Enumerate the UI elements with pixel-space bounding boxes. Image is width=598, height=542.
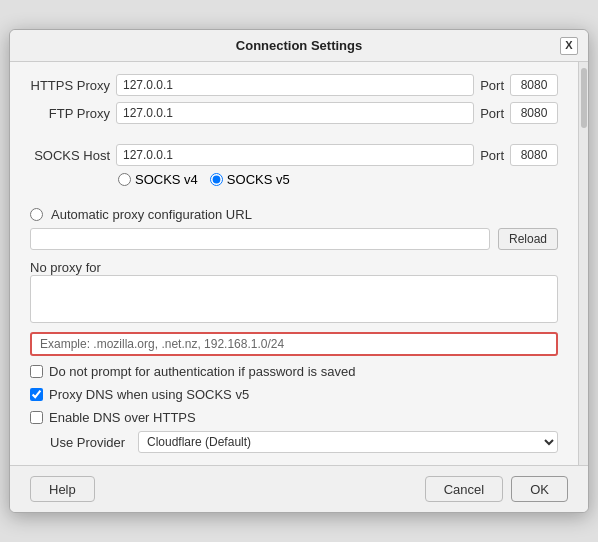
ftp-port-label: Port	[480, 106, 504, 121]
dns-https-checkbox[interactable]	[30, 411, 43, 424]
title-bar: Connection Settings X	[10, 30, 588, 62]
dialog-title: Connection Settings	[236, 38, 362, 53]
reload-button[interactable]: Reload	[498, 228, 558, 250]
dns-https-label: Enable DNS over HTTPS	[49, 410, 196, 425]
socks-v4-group: SOCKS v4	[118, 172, 198, 187]
socks-version-row: SOCKS v4 SOCKS v5	[118, 172, 558, 187]
no-proxy-section: No proxy for	[30, 256, 558, 326]
proxy-dns-checkbox[interactable]	[30, 388, 43, 401]
close-button[interactable]: X	[560, 37, 578, 55]
socks-v4-label: SOCKS v4	[135, 172, 198, 187]
ftp-proxy-row: FTP Proxy Port	[30, 102, 558, 124]
provider-select[interactable]: Cloudflare (Default)	[138, 431, 558, 453]
connection-settings-dialog: Connection Settings X HTTPS Proxy Port F…	[9, 29, 589, 513]
example-box: Example: .mozilla.org, .net.nz, 192.168.…	[30, 332, 558, 356]
proxy-dns-label: Proxy DNS when using SOCKS v5	[49, 387, 249, 402]
footer-right: Cancel OK	[425, 476, 568, 502]
socks-v5-radio[interactable]	[210, 173, 223, 186]
https-port-label: Port	[480, 78, 504, 93]
socks-host-row: SOCKS Host Port	[30, 144, 558, 166]
https-proxy-label: HTTPS Proxy	[30, 78, 110, 93]
auto-proxy-row: Automatic proxy configuration URL	[30, 207, 558, 222]
socks-v5-group: SOCKS v5	[210, 172, 290, 187]
provider-row: Use Provider Cloudflare (Default)	[50, 431, 558, 453]
help-button[interactable]: Help	[30, 476, 95, 502]
socks-v4-radio[interactable]	[118, 173, 131, 186]
no-proxy-label: No proxy for	[30, 260, 558, 275]
socks-v5-label: SOCKS v5	[227, 172, 290, 187]
dialog-body: HTTPS Proxy Port FTP Proxy Port SOCKS Ho…	[10, 62, 578, 465]
socks-host-input[interactable]	[116, 144, 474, 166]
ftp-proxy-input[interactable]	[116, 102, 474, 124]
no-auth-row: Do not prompt for authentication if pass…	[30, 364, 558, 379]
provider-label: Use Provider	[50, 435, 130, 450]
footer-left: Help	[30, 476, 95, 502]
scrollbar[interactable]	[578, 62, 588, 465]
ok-button[interactable]: OK	[511, 476, 568, 502]
divider-2	[30, 193, 558, 201]
no-auth-label: Do not prompt for authentication if pass…	[49, 364, 355, 379]
no-proxy-textarea[interactable]	[30, 275, 558, 323]
no-auth-checkbox[interactable]	[30, 365, 43, 378]
https-port-input[interactable]	[510, 74, 558, 96]
divider-1	[30, 130, 558, 138]
socks-host-label: SOCKS Host	[30, 148, 110, 163]
https-proxy-input[interactable]	[116, 74, 474, 96]
auto-proxy-label: Automatic proxy configuration URL	[51, 207, 252, 222]
example-text: Example: .mozilla.org, .net.nz, 192.168.…	[40, 337, 284, 351]
auto-proxy-url-input[interactable]	[30, 228, 490, 250]
auto-proxy-radio[interactable]	[30, 208, 43, 221]
ftp-proxy-label: FTP Proxy	[30, 106, 110, 121]
cancel-button[interactable]: Cancel	[425, 476, 503, 502]
ftp-port-input[interactable]	[510, 102, 558, 124]
dns-https-row: Enable DNS over HTTPS	[30, 410, 558, 425]
socks-port-label: Port	[480, 148, 504, 163]
https-proxy-row: HTTPS Proxy Port	[30, 74, 558, 96]
dialog-footer: Help Cancel OK	[10, 465, 588, 512]
scrollbar-thumb[interactable]	[581, 68, 587, 128]
url-row: Reload	[30, 228, 558, 250]
socks-port-input[interactable]	[510, 144, 558, 166]
proxy-dns-row: Proxy DNS when using SOCKS v5	[30, 387, 558, 402]
